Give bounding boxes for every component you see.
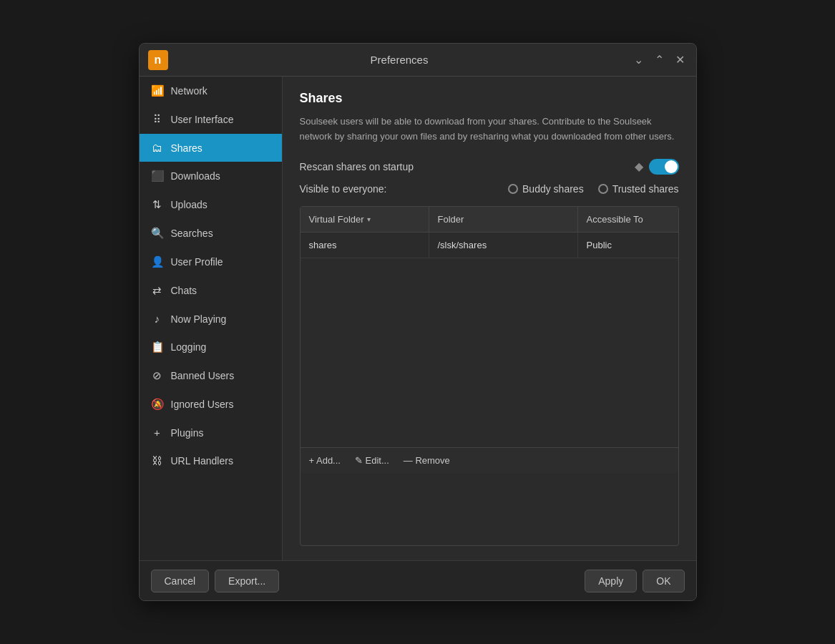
- rescan-row: Rescan shares on startup ◆: [300, 159, 679, 175]
- rescan-label: Rescan shares on startup: [300, 161, 635, 172]
- buddy-shares-label: Buddy shares: [522, 183, 584, 195]
- buddy-shares-radio[interactable]: Buddy shares: [508, 183, 584, 195]
- main-panel: Shares Soulseek users will be able to do…: [283, 77, 696, 560]
- shares-table: Virtual Folder ▾ Folder Accessible To sh…: [300, 206, 679, 546]
- add-button[interactable]: + Add...: [309, 455, 341, 466]
- trusted-shares-radio[interactable]: Trusted shares: [598, 183, 679, 195]
- close-button[interactable]: ✕: [673, 53, 688, 67]
- footer-right: Apply OK: [585, 570, 684, 592]
- virtual-folder-sort-icon: ▾: [367, 215, 371, 223]
- sidebar-item-user-profile[interactable]: 👤 User Profile: [140, 248, 282, 276]
- sidebar-item-now-playing[interactable]: ♪ Now Playing: [140, 305, 282, 333]
- sidebar-item-logging[interactable]: 📋 Logging: [140, 333, 282, 361]
- table-actions: + Add... ✎ Edit... — Remove: [301, 447, 678, 473]
- content-area: 📶 Network ⠿ User Interface 🗂 Shares ⬛ Do…: [140, 77, 696, 560]
- sidebar-item-shares[interactable]: 🗂 Shares: [140, 134, 282, 162]
- buddy-shares-radio-circle: [508, 184, 518, 194]
- chats-icon: ⇄: [151, 284, 164, 297]
- titlebar: n Preferences ⌄ ⌃ ✕: [140, 44, 696, 77]
- page-description: Soulseek users will be able to download …: [300, 114, 679, 145]
- trusted-shares-label: Trusted shares: [612, 183, 679, 195]
- cancel-button[interactable]: Cancel: [151, 570, 210, 592]
- window-title: Preferences: [168, 54, 631, 66]
- sidebar-label-banned-users: Banned Users: [171, 370, 235, 381]
- info-icon: ◆: [635, 160, 643, 173]
- sidebar-label-url-handlers: URL Handlers: [171, 455, 233, 467]
- user-profile-icon: 👤: [151, 255, 164, 268]
- table-row[interactable]: shares /slsk/shares Public: [301, 233, 678, 258]
- page-title: Shares: [300, 91, 679, 106]
- th-virtual-folder: Virtual Folder ▾: [301, 207, 429, 232]
- edit-button[interactable]: ✎ Edit...: [355, 455, 389, 466]
- export-button[interactable]: Export...: [215, 570, 279, 592]
- table-header: Virtual Folder ▾ Folder Accessible To: [301, 207, 678, 233]
- preferences-window: n Preferences ⌄ ⌃ ✕ 📶 Network ⠿ User Int…: [139, 43, 697, 601]
- trusted-shares-radio-circle: [598, 184, 608, 194]
- now-playing-icon: ♪: [151, 313, 164, 325]
- rescan-toggle[interactable]: [649, 159, 679, 175]
- minimize-button[interactable]: ⌄: [631, 53, 646, 67]
- toggle-container: ◆: [635, 159, 679, 175]
- sidebar-label-user-interface: User Interface: [171, 114, 234, 125]
- sidebar-label-plugins: Plugins: [171, 427, 204, 439]
- user-interface-icon: ⠿: [151, 113, 164, 126]
- network-icon: 📶: [151, 84, 164, 97]
- footer-left: Cancel Export...: [151, 570, 280, 592]
- ok-button[interactable]: OK: [643, 570, 684, 592]
- sidebar-label-logging: Logging: [171, 341, 207, 353]
- sidebar-label-shares: Shares: [171, 142, 202, 154]
- td-virtual-folder: shares: [301, 233, 429, 258]
- sidebar-label-user-profile: User Profile: [171, 256, 223, 268]
- maximize-button[interactable]: ⌃: [652, 53, 667, 67]
- app-logo: n: [148, 50, 168, 70]
- sidebar-item-network[interactable]: 📶 Network: [140, 77, 282, 105]
- th-accessible-to: Accessible To: [578, 207, 678, 232]
- visible-label: Visible to everyone:: [300, 183, 509, 195]
- remove-button[interactable]: — Remove: [404, 455, 450, 466]
- sidebar-label-chats: Chats: [171, 285, 197, 296]
- plugins-icon: +: [151, 426, 164, 439]
- url-handlers-icon: ⛓: [151, 454, 164, 467]
- sidebar-item-chats[interactable]: ⇄ Chats: [140, 276, 282, 305]
- sidebar-item-plugins[interactable]: + Plugins: [140, 419, 282, 447]
- sidebar: 📶 Network ⠿ User Interface 🗂 Shares ⬛ Do…: [140, 77, 283, 560]
- sidebar-label-uploads: Uploads: [171, 199, 207, 210]
- sidebar-label-network: Network: [171, 85, 207, 97]
- downloads-icon: ⬛: [151, 170, 164, 182]
- logging-icon: 📋: [151, 341, 164, 353]
- radio-group: Buddy shares Trusted shares: [508, 183, 678, 195]
- td-folder: /slsk/shares: [429, 233, 578, 258]
- sidebar-label-searches: Searches: [171, 228, 213, 239]
- uploads-icon: ⇅: [151, 198, 164, 211]
- window-controls: ⌄ ⌃ ✕: [631, 53, 688, 67]
- th-folder: Folder: [429, 207, 578, 232]
- ignored-users-icon: 🔕: [151, 398, 164, 411]
- sidebar-label-downloads: Downloads: [171, 170, 220, 182]
- sidebar-item-searches[interactable]: 🔍 Searches: [140, 219, 282, 248]
- sidebar-item-ignored-users[interactable]: 🔕 Ignored Users: [140, 390, 282, 419]
- shares-icon: 🗂: [151, 142, 164, 154]
- banned-users-icon: ⊘: [151, 369, 164, 382]
- sidebar-label-now-playing: Now Playing: [171, 313, 227, 325]
- sidebar-item-uploads[interactable]: ⇅ Uploads: [140, 190, 282, 219]
- td-accessible-to: Public: [578, 233, 678, 258]
- searches-icon: 🔍: [151, 227, 164, 240]
- sidebar-item-user-interface[interactable]: ⠿ User Interface: [140, 105, 282, 134]
- sidebar-item-banned-users[interactable]: ⊘ Banned Users: [140, 361, 282, 390]
- footer: Cancel Export... Apply OK: [140, 560, 696, 600]
- table-body: shares /slsk/shares Public: [301, 233, 678, 447]
- apply-button[interactable]: Apply: [585, 570, 637, 592]
- sidebar-item-url-handlers[interactable]: ⛓ URL Handlers: [140, 447, 282, 474]
- sidebar-label-ignored-users: Ignored Users: [171, 399, 234, 410]
- visible-row: Visible to everyone: Buddy shares Truste…: [300, 183, 679, 195]
- sidebar-item-downloads[interactable]: ⬛ Downloads: [140, 162, 282, 190]
